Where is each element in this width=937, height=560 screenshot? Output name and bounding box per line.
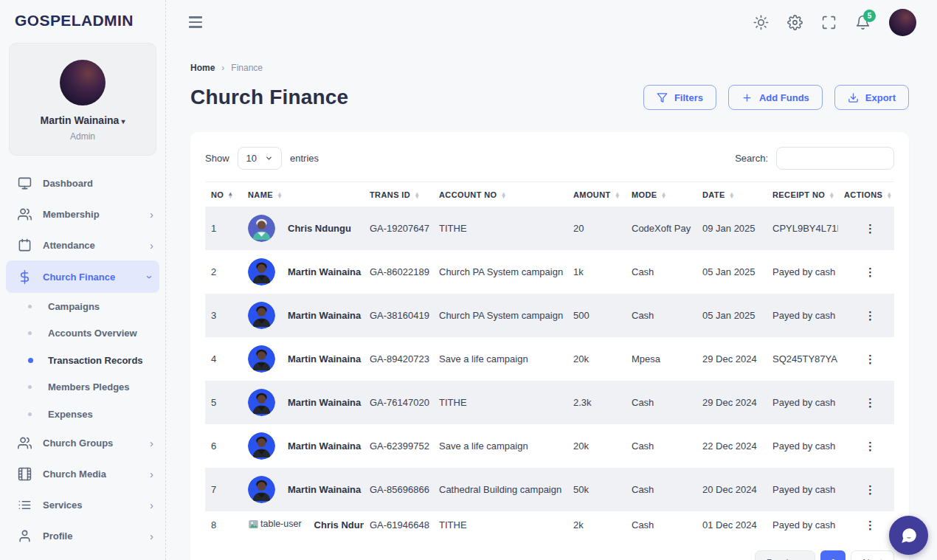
cell-date: 29 Dec 2024: [696, 337, 767, 381]
table-row: 7 Martin Wainaina: [205, 468, 894, 511]
cell-date: 05 Jan 2025: [696, 250, 767, 294]
cell-account-no: TITHE: [433, 207, 567, 250]
sidebar-item-dashboard[interactable]: Dashboard: [0, 167, 165, 198]
sort-arrows-icon: ▴▾: [229, 193, 232, 198]
finance-table-card: Show 10 entries Search: NO▴▾ NAME▴: [190, 132, 909, 560]
sidebar-item-attendance[interactable]: Attendance ›: [0, 229, 165, 260]
member-name: Martin Wainaina: [288, 484, 361, 495]
toolbar: Filters Add Funds Export: [643, 85, 909, 110]
column-header[interactable]: ACCOUNT NO▴▾: [433, 182, 567, 207]
profile-avatar: [60, 60, 106, 106]
chevron-right-icon: ›: [150, 499, 153, 511]
next-page-button[interactable]: Next: [851, 550, 894, 560]
filters-button[interactable]: Filters: [643, 85, 716, 110]
member-cell: Martin Wainaina: [248, 476, 358, 503]
member-avatar-icon: table-user: [248, 519, 302, 532]
chat-widget-button[interactable]: [889, 516, 928, 555]
previous-page-button[interactable]: Previous: [755, 550, 816, 560]
export-button[interactable]: Export: [834, 85, 909, 110]
sidebar-subitem-transaction-records[interactable]: Transaction Records: [0, 347, 165, 374]
row-actions-kebab-icon[interactable]: ⋮: [865, 484, 876, 495]
profile-name[interactable]: Martin Wainaina▾: [17, 114, 148, 126]
hamburger-menu-icon[interactable]: [189, 13, 202, 30]
sidebar-item-membership[interactable]: Membership ›: [0, 198, 165, 229]
cell-receipt-no: Payed by cash: [767, 424, 838, 468]
user-avatar[interactable]: [889, 9, 916, 36]
row-actions-kebab-icon[interactable]: ⋮: [865, 310, 876, 321]
cell-date: 05 Jan 2025: [696, 294, 767, 337]
cell-trans-id: GA-85696866: [364, 468, 433, 511]
cell-date: 29 Dec 2024: [696, 381, 767, 424]
column-header[interactable]: TRANS ID▴▾: [364, 182, 433, 207]
download-icon: [848, 92, 859, 103]
sidebar-subitem-campaigns[interactable]: Campaigns: [0, 293, 165, 320]
sidebar-item-church-media[interactable]: Church Media ›: [0, 459, 165, 490]
pagination: Previous 1 Next: [755, 550, 894, 560]
table-row: 5 Martin Wainaina: [205, 381, 894, 424]
row-actions-kebab-icon[interactable]: ⋮: [865, 223, 876, 234]
member-cell: Martin Wainaina: [248, 389, 358, 416]
member-cell: Chris Ndungu: [248, 215, 358, 242]
member-name: Martin Wainaina: [288, 397, 361, 408]
cell-trans-id: GA-62399752: [364, 424, 433, 468]
sort-arrows-icon: ▴▾: [278, 193, 281, 198]
column-header[interactable]: DATE▴▾: [696, 182, 767, 207]
member-cell: Martin Wainaina: [248, 432, 358, 460]
gear-icon[interactable]: [787, 15, 803, 30]
caret-down-icon: ▾: [121, 117, 125, 125]
users-icon: [18, 207, 32, 221]
theme-toggle-sun-icon[interactable]: [753, 15, 769, 30]
column-header[interactable]: RECEIPT NO▴▾: [767, 182, 838, 207]
search-input[interactable]: [776, 147, 894, 170]
show-label: Show: [205, 153, 229, 164]
search-label: Search:: [735, 153, 768, 164]
sidebar-subitem-accounts-overview[interactable]: Accounts Overview: [0, 320, 165, 348]
column-header[interactable]: NAME▴▾: [242, 182, 364, 207]
fullscreen-icon[interactable]: [821, 15, 837, 30]
film-icon: [18, 467, 32, 481]
member-name: Chris Ndungu: [288, 223, 351, 234]
breadcrumb: Home › Finance: [190, 63, 909, 73]
sort-arrows-icon: ▴▾: [888, 193, 891, 198]
profile-card: Martin Wainaina▾ Admin: [9, 43, 156, 156]
column-header[interactable]: AMOUNT▴▾: [567, 182, 626, 207]
cell-receipt-no: Payed by cash: [767, 250, 838, 294]
page-size-select[interactable]: 10: [238, 147, 282, 170]
sidebar-item-church-finance[interactable]: Church Finance ›: [6, 260, 159, 293]
breadcrumb-home[interactable]: Home: [190, 63, 215, 73]
column-header[interactable]: ACTIONS▴▾: [838, 182, 894, 207]
table-row: 8 table-user Chris Ndungu: [205, 511, 894, 539]
sidebar-item-services[interactable]: Services ›: [0, 490, 165, 521]
transactions-table: NO▴▾ NAME▴▾ TRANS ID▴▾ ACCOUNT NO▴▾ AMOU…: [205, 182, 894, 539]
member-name: Martin Wainaina: [288, 440, 361, 452]
column-header[interactable]: MODE▴▾: [626, 182, 696, 207]
table-row: 1 Chris Ndungu: [205, 207, 894, 250]
row-actions-kebab-icon[interactable]: ⋮: [865, 440, 876, 452]
cell-trans-id: GA-61946648: [364, 511, 433, 539]
row-actions-kebab-icon[interactable]: ⋮: [865, 397, 876, 408]
chevron-down-icon: ›: [145, 275, 156, 279]
member-avatar-icon: [248, 345, 275, 373]
sort-arrows-icon: ▴▾: [616, 193, 619, 198]
row-actions-kebab-icon[interactable]: ⋮: [865, 266, 876, 277]
sidebar-subitem-expenses[interactable]: Expenses: [0, 401, 165, 428]
bullet-icon: [28, 385, 32, 389]
row-actions-kebab-icon[interactable]: ⋮: [865, 353, 876, 364]
app-logo[interactable]: GOSPELADMIN: [0, 0, 165, 37]
bell-icon[interactable]: 5: [855, 15, 871, 30]
page-number-1[interactable]: 1: [820, 550, 846, 560]
sidebar-subitem-members-pledges[interactable]: Members Pledges: [0, 374, 165, 401]
column-header[interactable]: NO▴▾: [205, 182, 242, 207]
member-avatar-icon: [248, 389, 275, 416]
chevron-right-icon: ›: [150, 209, 153, 220]
cell-account-no: Save a life campaign: [433, 424, 567, 468]
sidebar-item-profile[interactable]: Profile ›: [0, 521, 165, 552]
member-cell: Martin Wainaina: [248, 258, 358, 286]
cell-date: 01 Dec 2024: [696, 511, 767, 539]
cell-date: 22 Dec 2024: [696, 424, 767, 468]
cell-no: 5: [205, 381, 242, 424]
row-actions-kebab-icon[interactable]: ⋮: [865, 519, 876, 530]
sidebar-item-church-groups[interactable]: Church Groups ›: [0, 428, 165, 459]
add-funds-button[interactable]: Add Funds: [728, 85, 823, 110]
cell-mode: CodeXoft Pay: [626, 207, 696, 250]
